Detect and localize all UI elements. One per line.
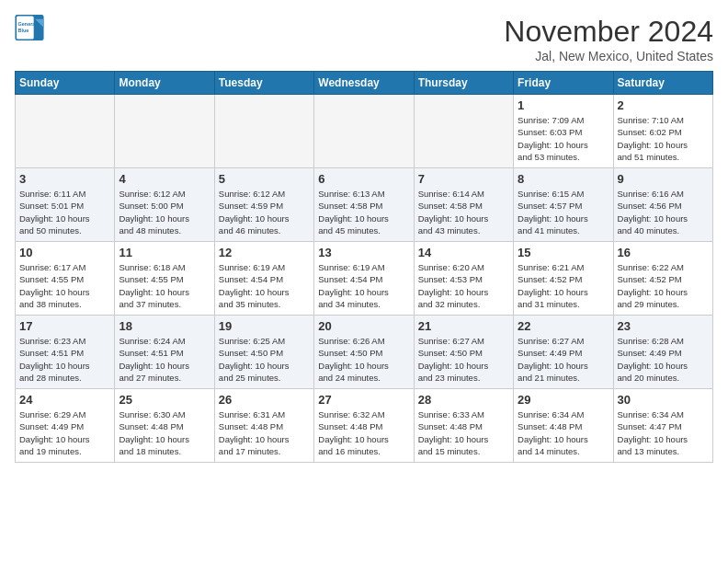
day-info: Sunrise: 6:34 AM Sunset: 4:48 PM Dayligh… (518, 408, 609, 457)
calendar-cell: 18Sunrise: 6:24 AM Sunset: 4:51 PM Dayli… (115, 316, 214, 389)
calendar-cell (214, 95, 313, 168)
day-info: Sunrise: 6:24 AM Sunset: 4:51 PM Dayligh… (119, 335, 210, 384)
header-friday: Friday (514, 72, 613, 95)
day-number: 29 (518, 393, 609, 407)
day-info: Sunrise: 6:27 AM Sunset: 4:50 PM Dayligh… (418, 335, 509, 384)
day-number: 6 (318, 172, 409, 186)
day-info: Sunrise: 6:18 AM Sunset: 4:55 PM Dayligh… (119, 261, 210, 310)
day-number: 2 (618, 98, 709, 112)
day-info: Sunrise: 6:32 AM Sunset: 4:48 PM Dayligh… (318, 408, 409, 457)
day-info: Sunrise: 6:12 AM Sunset: 4:59 PM Dayligh… (219, 188, 310, 236)
month-title: November 2024 (504, 15, 713, 49)
day-number: 22 (518, 319, 609, 333)
day-number: 3 (19, 172, 110, 186)
calendar-cell: 27Sunrise: 6:32 AM Sunset: 4:48 PM Dayli… (314, 389, 414, 463)
calendar-cell: 12Sunrise: 6:19 AM Sunset: 4:54 PM Dayli… (214, 242, 313, 316)
header-monday: Monday (115, 72, 214, 95)
day-number: 21 (418, 319, 509, 333)
day-number: 9 (618, 172, 709, 186)
day-number: 12 (219, 246, 310, 259)
day-info: Sunrise: 6:33 AM Sunset: 4:48 PM Dayligh… (418, 408, 509, 457)
day-info: Sunrise: 6:26 AM Sunset: 4:50 PM Dayligh… (318, 335, 409, 384)
calendar-cell: 26Sunrise: 6:31 AM Sunset: 4:48 PM Dayli… (214, 389, 313, 463)
calendar-cell (414, 95, 513, 168)
day-info: Sunrise: 6:16 AM Sunset: 4:56 PM Dayligh… (618, 188, 709, 236)
day-info: Sunrise: 6:34 AM Sunset: 4:47 PM Dayligh… (618, 408, 709, 457)
calendar-cell: 5Sunrise: 6:12 AM Sunset: 4:59 PM Daylig… (214, 168, 313, 242)
day-info: Sunrise: 7:09 AM Sunset: 6:03 PM Dayligh… (518, 114, 609, 163)
day-info: Sunrise: 6:31 AM Sunset: 4:48 PM Dayligh… (219, 408, 310, 457)
day-number: 10 (19, 246, 110, 259)
page-header: General Blue November 2024 Jal, New Mexi… (15, 15, 713, 63)
calendar-cell: 8Sunrise: 6:15 AM Sunset: 4:57 PM Daylig… (514, 168, 613, 242)
day-number: 23 (618, 319, 709, 333)
day-info: Sunrise: 6:12 AM Sunset: 5:00 PM Dayligh… (119, 188, 210, 236)
day-number: 26 (219, 393, 310, 407)
day-info: Sunrise: 6:14 AM Sunset: 4:58 PM Dayligh… (418, 188, 509, 236)
day-number: 16 (618, 246, 709, 259)
day-number: 27 (318, 393, 409, 407)
logo: General Blue (15, 15, 44, 40)
calendar-week-4: 17Sunrise: 6:23 AM Sunset: 4:51 PM Dayli… (16, 316, 713, 389)
day-info: Sunrise: 6:19 AM Sunset: 4:54 PM Dayligh… (219, 261, 310, 310)
day-number: 30 (618, 393, 709, 407)
header-wednesday: Wednesday (314, 72, 414, 95)
calendar-cell: 23Sunrise: 6:28 AM Sunset: 4:49 PM Dayli… (613, 316, 712, 389)
calendar-cell: 3Sunrise: 6:11 AM Sunset: 5:01 PM Daylig… (16, 168, 115, 242)
day-info: Sunrise: 6:25 AM Sunset: 4:50 PM Dayligh… (219, 335, 310, 384)
calendar-week-1: 1Sunrise: 7:09 AM Sunset: 6:03 PM Daylig… (16, 95, 713, 168)
header-sunday: Sunday (16, 72, 115, 95)
calendar-week-2: 3Sunrise: 6:11 AM Sunset: 5:01 PM Daylig… (16, 168, 713, 242)
day-number: 20 (318, 319, 409, 333)
day-info: Sunrise: 6:23 AM Sunset: 4:51 PM Dayligh… (19, 335, 110, 384)
calendar-cell: 14Sunrise: 6:20 AM Sunset: 4:53 PM Dayli… (414, 242, 513, 316)
day-number: 4 (119, 172, 210, 186)
day-number: 19 (219, 319, 310, 333)
header-thursday: Thursday (414, 72, 513, 95)
calendar-cell: 19Sunrise: 6:25 AM Sunset: 4:50 PM Dayli… (214, 316, 313, 389)
day-number: 1 (518, 98, 609, 112)
day-info: Sunrise: 6:28 AM Sunset: 4:49 PM Dayligh… (618, 335, 709, 384)
calendar-cell: 4Sunrise: 6:12 AM Sunset: 5:00 PM Daylig… (115, 168, 214, 242)
day-info: Sunrise: 6:13 AM Sunset: 4:58 PM Dayligh… (318, 188, 409, 236)
calendar-week-3: 10Sunrise: 6:17 AM Sunset: 4:55 PM Dayli… (16, 242, 713, 316)
calendar-cell: 15Sunrise: 6:21 AM Sunset: 4:52 PM Dayli… (514, 242, 613, 316)
calendar-cell: 21Sunrise: 6:27 AM Sunset: 4:50 PM Dayli… (414, 316, 513, 389)
logo-icon: General Blue (15, 15, 44, 40)
day-number: 25 (119, 393, 210, 407)
calendar-cell: 25Sunrise: 6:30 AM Sunset: 4:48 PM Dayli… (115, 389, 214, 463)
day-info: Sunrise: 6:17 AM Sunset: 4:55 PM Dayligh… (19, 261, 110, 310)
calendar-cell: 28Sunrise: 6:33 AM Sunset: 4:48 PM Dayli… (414, 389, 513, 463)
calendar-cell (115, 95, 214, 168)
day-number: 5 (219, 172, 310, 186)
day-info: Sunrise: 7:10 AM Sunset: 6:02 PM Dayligh… (618, 114, 709, 163)
calendar-cell: 29Sunrise: 6:34 AM Sunset: 4:48 PM Dayli… (514, 389, 613, 463)
day-number: 24 (19, 393, 110, 407)
day-info: Sunrise: 6:15 AM Sunset: 4:57 PM Dayligh… (518, 188, 609, 236)
day-number: 28 (418, 393, 509, 407)
svg-text:Blue: Blue (18, 28, 29, 33)
calendar-cell: 9Sunrise: 6:16 AM Sunset: 4:56 PM Daylig… (613, 168, 712, 242)
calendar-cell: 7Sunrise: 6:14 AM Sunset: 4:58 PM Daylig… (414, 168, 513, 242)
calendar-cell: 1Sunrise: 7:09 AM Sunset: 6:03 PM Daylig… (514, 95, 613, 168)
calendar-header-row: SundayMondayTuesdayWednesdayThursdayFrid… (16, 72, 713, 95)
calendar-week-5: 24Sunrise: 6:29 AM Sunset: 4:49 PM Dayli… (16, 389, 713, 463)
day-info: Sunrise: 6:30 AM Sunset: 4:48 PM Dayligh… (119, 408, 210, 457)
day-number: 7 (418, 172, 509, 186)
day-number: 15 (518, 246, 609, 259)
day-info: Sunrise: 6:21 AM Sunset: 4:52 PM Dayligh… (518, 261, 609, 310)
calendar-cell: 30Sunrise: 6:34 AM Sunset: 4:47 PM Dayli… (613, 389, 712, 463)
calendar-table: SundayMondayTuesdayWednesdayThursdayFrid… (15, 71, 713, 463)
day-info: Sunrise: 6:22 AM Sunset: 4:52 PM Dayligh… (618, 261, 709, 310)
calendar-cell: 6Sunrise: 6:13 AM Sunset: 4:58 PM Daylig… (314, 168, 414, 242)
day-number: 8 (518, 172, 609, 186)
day-info: Sunrise: 6:19 AM Sunset: 4:54 PM Dayligh… (318, 261, 409, 310)
location-subtitle: Jal, New Mexico, United States (504, 49, 713, 63)
calendar-cell: 17Sunrise: 6:23 AM Sunset: 4:51 PM Dayli… (16, 316, 115, 389)
calendar-cell: 11Sunrise: 6:18 AM Sunset: 4:55 PM Dayli… (115, 242, 214, 316)
calendar-cell (314, 95, 414, 168)
calendar-cell: 2Sunrise: 7:10 AM Sunset: 6:02 PM Daylig… (613, 95, 712, 168)
calendar-cell: 22Sunrise: 6:27 AM Sunset: 4:49 PM Dayli… (514, 316, 613, 389)
day-info: Sunrise: 6:11 AM Sunset: 5:01 PM Dayligh… (19, 188, 110, 236)
header-saturday: Saturday (613, 72, 712, 95)
